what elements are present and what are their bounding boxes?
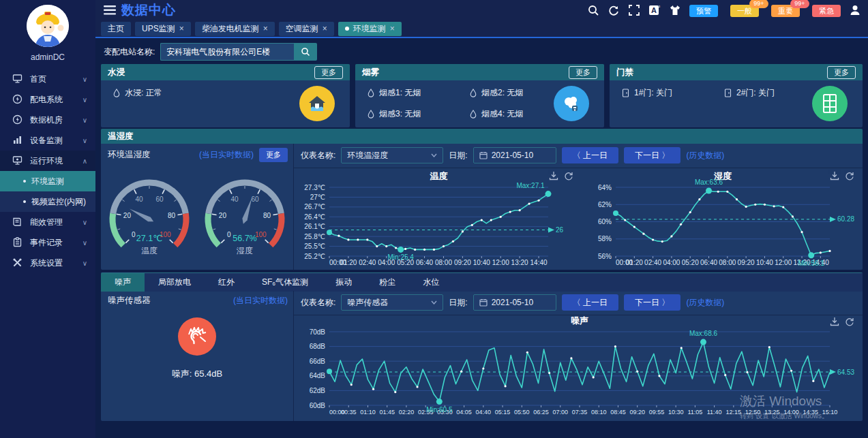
svg-text:64dB: 64dB [310,372,326,379]
svg-text:64.53: 64.53 [837,369,854,376]
svg-text:60dB: 60dB [310,402,326,409]
station-search-button[interactable] [294,43,317,61]
sidebar-subitem-0[interactable]: 环境监测 [0,171,95,191]
theme-icon[interactable] [669,4,681,16]
avatar[interactable] [27,5,69,47]
hamburger-menu-icon[interactable] [104,5,116,15]
sidebar-item-5[interactable]: 能效管理∨ [0,212,95,232]
refresh-icon[interactable] [564,171,573,181]
noise-history-link[interactable]: (历史数据) [686,297,724,309]
svg-text:10:30: 10:30 [668,409,684,416]
bullet-icon [23,200,26,203]
sensor-tab-4[interactable]: 振动 [322,273,365,292]
svg-text:56%: 56% [598,253,612,260]
svg-text:0: 0 [132,231,136,238]
sidebar-item-7[interactable]: 系统设置∨ [0,253,95,273]
sidebar-subitem-1[interactable]: 视频监控(内网) [0,191,95,212]
th-subtitle: 环境温湿度 [108,149,194,161]
status-item-text: 烟感2: 无烟 [481,87,523,99]
refresh-icon[interactable] [845,171,854,181]
svg-text:Max:63.6: Max:63.6 [695,178,723,186]
sidebar-item-3[interactable]: 设备监测∨ [0,130,95,151]
th-right-column: 仪表名称: 环境温湿度 日期: 2021-05-10 〈 上一日 下一日 〉 (… [294,144,863,270]
svg-text:40: 40 [230,195,239,203]
sensor-tab-6[interactable]: 水位 [409,273,453,292]
sensor-tab-1[interactable]: 局部放电 [145,273,205,292]
svg-text:70dB: 70dB [310,328,326,336]
sidebar-item-1[interactable]: 配电系统∨ [0,89,95,110]
chevron-down-icon: ∨ [83,219,87,226]
username: adminDC [0,52,95,62]
svg-text:25.2℃: 25.2℃ [304,253,325,260]
user-icon[interactable] [849,4,861,16]
th-prev-day-button[interactable]: 〈 上一日 [562,147,618,163]
active-tab-dot [345,27,349,31]
svg-text:04:40: 04:40 [476,409,492,416]
close-icon[interactable]: × [263,22,268,36]
sidebar-item-2[interactable]: 数据机房∨ [0,110,95,130]
th-meter-select[interactable]: 环境温湿度 [341,147,443,163]
noise-prev-day-button[interactable]: 〈 上一日 [562,294,618,311]
nav-tab-1[interactable]: UPS监测× [135,22,191,36]
temperature-gauge: 02040608010027.1℃温度 [102,168,196,270]
svg-text:20: 20 [123,212,132,219]
svg-text:09:20: 09:20 [454,259,471,266]
th-date-picker[interactable]: 2021-05-10 [473,147,556,163]
door-more-button[interactable]: 更多 [827,66,856,79]
nav-tab-2[interactable]: 柴油发电机监测× [195,22,275,36]
noise-next-day-button[interactable]: 下一日 〉 [624,294,680,311]
svg-text:Max:68.6: Max:68.6 [689,330,718,337]
close-icon[interactable]: × [323,22,327,36]
fullscreen-icon[interactable] [628,4,640,16]
sensor-tab-3[interactable]: SF₆气体监测 [248,273,322,292]
download-icon[interactable] [830,317,839,326]
nav-tab-0[interactable]: 主页 [101,22,131,36]
search-icon[interactable] [587,4,599,16]
calendar-icon [479,298,488,307]
droplet-icon [470,110,477,119]
sensor-tab-0[interactable]: 噪声 [101,273,145,292]
sidebar-item-0[interactable]: 首页∨ [0,69,95,89]
sensor-tab-5[interactable]: 粉尘 [365,273,409,292]
svg-text:80: 80 [263,212,271,219]
status-item: 水浸: 正常 [113,87,215,99]
nav-tab-3[interactable]: 空调监测× [279,22,334,36]
smoke-more-button[interactable]: 更多 [569,66,597,79]
alarm-button-2[interactable]: 重要99+ [771,5,800,17]
sidebar-item-label: 系统设置 [30,257,83,269]
th-history-link[interactable]: (历史数据) [686,150,724,161]
svg-text:27.3℃: 27.3℃ [304,184,325,191]
alarm-badge: 99+ [790,0,809,8]
close-icon[interactable]: × [179,22,184,36]
env-sensor-panel: 噪声局部放电红外SF₆气体监测振动粉尘水位 噪声传感器 (当日实时数据) 噪声:… [101,272,863,421]
nav-tab-4[interactable]: 环境监测× [338,22,402,36]
temp-humidity-panel-title: 温湿度 [101,129,863,144]
water-more-button[interactable]: 更多 [314,66,343,79]
sidebar-item-label: 设备监测 [30,135,83,146]
alarm-button-0[interactable]: 预警 [689,5,718,17]
th-next-day-button[interactable]: 下一日 〉 [624,147,680,163]
svg-text:05:50: 05:50 [514,409,530,416]
alarm-button-1[interactable]: 一般99+ [730,5,759,17]
svg-text:26: 26 [556,226,564,234]
svg-text:08:45: 08:45 [610,409,626,416]
svg-text:25.8℃: 25.8℃ [304,233,325,240]
sensor-tab-2[interactable]: 红外 [205,273,248,292]
chevron-down-icon: ∨ [83,76,87,83]
noise-meter-select[interactable]: 噪声传感器 [341,294,443,311]
refresh-icon[interactable] [608,4,620,16]
sidebar-item-4[interactable]: 运行环境∧ [0,151,95,171]
station-search-input[interactable] [160,43,294,61]
svg-text:01:20: 01:20 [626,259,643,266]
sidebar-item-6[interactable]: 事件记录∨ [0,232,95,253]
translate-icon[interactable]: A² [648,4,661,16]
download-icon[interactable] [830,171,839,181]
close-icon[interactable]: × [390,22,395,36]
alarm-button-3[interactable]: 紧急 [812,5,841,17]
noise-date-picker[interactable]: 2021-05-10 [473,294,556,311]
th-more-button[interactable]: 更多 [259,148,288,162]
download-icon[interactable] [549,171,558,181]
status-item-text: 烟感1: 无烟 [379,87,421,99]
svg-text:0: 0 [227,231,231,238]
refresh-icon[interactable] [845,317,854,326]
